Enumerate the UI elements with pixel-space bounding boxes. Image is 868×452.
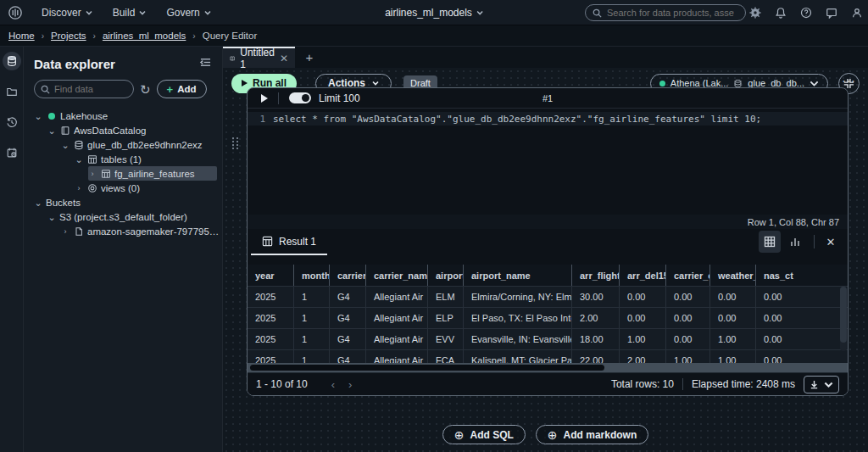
- tree-item-s3-project-s3-default-folder-[interactable]: ⌄S3 (project.s3_default_folder): [47, 209, 222, 224]
- table-cell: 1.00: [709, 329, 755, 349]
- column-header-airport[interactable]: airport: [427, 265, 463, 286]
- nav-menu-govern[interactable]: Govern: [156, 7, 220, 19]
- limit-toggle[interactable]: [289, 92, 311, 103]
- database-icon: [73, 139, 84, 150]
- tree-item-views-0-[interactable]: ›views (0): [75, 181, 222, 195]
- nav-menu-build[interactable]: Build: [103, 7, 157, 19]
- tree-item-amazon-sagemaker-79779545-[interactable]: ›amazon-sagemaker-79779545...: [61, 224, 222, 238]
- chevron-right-icon[interactable]: ›: [61, 227, 70, 236]
- nav-menu-discover[interactable]: Discover: [31, 7, 103, 19]
- chevron-down-icon[interactable]: ⌄: [34, 114, 42, 119]
- collapse-panel-icon[interactable]: [199, 56, 212, 71]
- table-row[interactable]: 20251G4Allegiant AirELMElmira/Corning, N…: [248, 286, 848, 307]
- chevron-down-icon: [476, 9, 483, 16]
- column-header-arr_flights[interactable]: arr_flights: [571, 265, 619, 286]
- profile-icon[interactable]: [850, 7, 863, 20]
- breadcrumb-item[interactable]: Projects: [51, 31, 86, 41]
- chevron-right-icon[interactable]: ›: [88, 170, 97, 178]
- bell-icon[interactable]: [774, 7, 787, 20]
- sql-text: select * from "AwsDataCatalog"."glue_db_…: [273, 114, 761, 125]
- results-body: 20251G4Allegiant AirELMElmira/Corning, N…: [248, 286, 848, 371]
- results-grid: yearmonthcarriercarrier_nameairportairpo…: [248, 265, 848, 372]
- tree-item-tables-1-[interactable]: ⌄tables (1): [75, 152, 222, 166]
- table-cell: G4: [329, 308, 365, 328]
- tab-result-1[interactable]: Result 1: [251, 229, 327, 255]
- chevron-down-icon[interactable]: ⌄: [61, 142, 70, 148]
- column-header-carrier_name[interactable]: carrier_name: [365, 265, 427, 286]
- column-header-carrier_ct[interactable]: carrier_ct: [665, 265, 709, 286]
- find-data-search[interactable]: [34, 80, 134, 98]
- tree-item-fg-airline-features[interactable]: ›fg_airline_features: [88, 166, 217, 181]
- tree-item-label: fg_airline_features: [114, 169, 195, 179]
- column-header-month[interactable]: month: [293, 265, 329, 286]
- download-results-button[interactable]: [804, 376, 839, 393]
- refresh-icon[interactable]: ↻: [140, 83, 151, 96]
- breadcrumb-item[interactable]: Home: [8, 31, 35, 41]
- history-icon[interactable]: [3, 113, 21, 131]
- table-cell: ELP: [427, 308, 463, 328]
- chevron-down-icon[interactable]: ⌄: [75, 157, 83, 162]
- add-data-label: Add: [177, 84, 196, 94]
- tree-item-buckets[interactable]: ⌄Buckets: [34, 195, 222, 209]
- table-view-icon[interactable]: [759, 231, 781, 253]
- chevron-down-icon[interactable]: ⌄: [47, 215, 56, 220]
- column-header-nas_ct[interactable]: nas_ct: [755, 265, 848, 286]
- table-cell: 0.00: [619, 287, 665, 307]
- cell-drag-handle[interactable]: [232, 137, 239, 149]
- close-results-icon[interactable]: ✕: [822, 236, 839, 248]
- tree-item-label: Lakehouse: [60, 111, 108, 121]
- play-icon: [242, 80, 248, 86]
- feedback-icon[interactable]: [825, 7, 837, 20]
- tree-item-awsdatacatalog[interactable]: ⌄AwsDataCatalog: [47, 123, 222, 137]
- column-header-weather_ct[interactable]: weather_ct: [709, 265, 755, 286]
- project-selector[interactable]: airlines_ml_models: [385, 7, 483, 19]
- breadcrumb: Home›Projects›airlines_ml_models›Query E…: [0, 25, 868, 47]
- tab-untitled-1[interactable]: Untitled 1 ✕: [223, 47, 295, 68]
- chevron-right-icon[interactable]: ›: [75, 184, 83, 193]
- add-markdown-button[interactable]: ⊕ Add markdown: [536, 425, 648, 444]
- global-search-input[interactable]: [607, 8, 734, 18]
- column-header-year[interactable]: year: [248, 265, 293, 286]
- add-data-button[interactable]: + Add: [157, 80, 207, 98]
- table-cell: Allegiant Air: [365, 329, 427, 349]
- scheduled-queries-icon[interactable]: [3, 143, 21, 162]
- sql-editor[interactable]: 1 select * from "AwsDataCatalog"."glue_d…: [248, 109, 848, 215]
- find-data-input[interactable]: [54, 84, 126, 94]
- table-row[interactable]: 20251G4Allegiant AirELPEl Paso, TX: El P…: [248, 307, 848, 328]
- data-explorer-icon[interactable]: [3, 52, 21, 70]
- chevron-down-icon[interactable]: ⌄: [47, 128, 56, 133]
- global-search[interactable]: [585, 4, 746, 21]
- tree-item-glue-db-db2ee9dhnn2exz[interactable]: ⌄glue_db_db2ee9dhnn2exz: [61, 137, 222, 152]
- table-cell: 0.00: [755, 287, 848, 307]
- close-tab-icon[interactable]: ✕: [280, 53, 288, 64]
- chart-view-icon[interactable]: [784, 231, 806, 253]
- views-icon: [86, 182, 97, 193]
- app-logo-icon[interactable]: [8, 5, 23, 20]
- add-sql-button[interactable]: ⊕ Add SQL: [442, 425, 526, 444]
- breadcrumb-separator: ›: [42, 31, 44, 41]
- editor-tab-bar: Untitled 1 ✕ +: [223, 47, 868, 68]
- column-header-arr_del15[interactable]: arr_del15: [619, 265, 665, 286]
- column-header-carrier[interactable]: carrier: [329, 265, 365, 286]
- table-icon: [262, 236, 273, 247]
- breadcrumb-item: Query Editor: [203, 31, 258, 41]
- breadcrumb-item[interactable]: airlines_ml_models: [103, 31, 186, 41]
- table-cell: 2025: [248, 329, 293, 349]
- table-cell: G4: [329, 329, 365, 349]
- gear-icon[interactable]: [748, 7, 761, 20]
- tree-item-lakehouse[interactable]: ⌄Lakehouse: [34, 109, 222, 123]
- prev-page-icon[interactable]: ‹: [331, 378, 335, 391]
- column-header-airport_name[interactable]: airport_name: [463, 265, 571, 286]
- table-row[interactable]: 20251G4Allegiant AirEVVEvansville, IN: E…: [248, 328, 848, 349]
- results-tab-bar: Result 1 ✕: [248, 229, 848, 255]
- horizontal-scrollbar[interactable]: [248, 363, 848, 372]
- run-cell-icon[interactable]: [261, 94, 268, 103]
- plus-icon: +: [167, 83, 174, 96]
- help-icon[interactable]: [799, 7, 812, 20]
- new-tab-button[interactable]: +: [295, 47, 324, 68]
- next-page-icon[interactable]: ›: [348, 378, 352, 391]
- topbar-icon-group: [748, 0, 863, 25]
- chevron-down-icon[interactable]: ⌄: [34, 200, 42, 205]
- folder-icon[interactable]: [3, 82, 21, 101]
- vertical-scrollbar[interactable]: [840, 287, 847, 351]
